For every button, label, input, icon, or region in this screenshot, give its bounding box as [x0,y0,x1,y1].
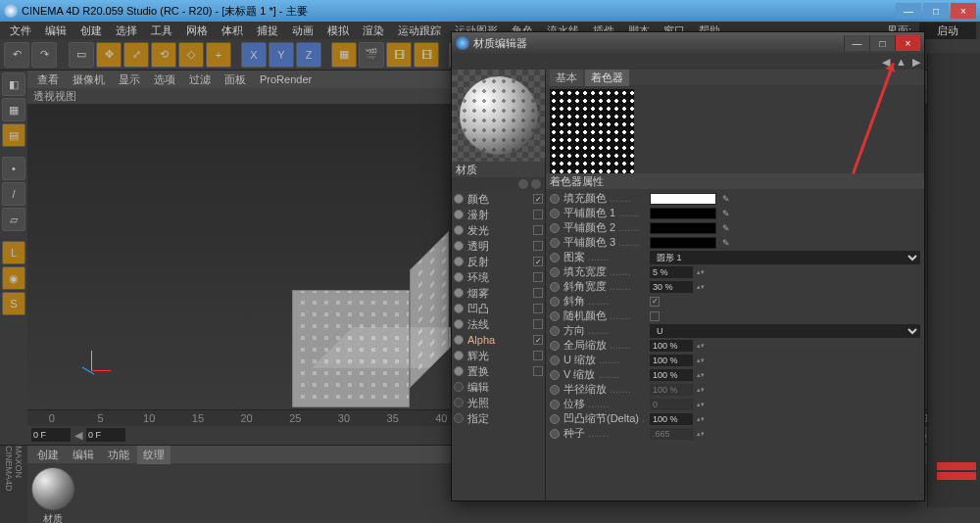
channel-dot-icon[interactable] [454,335,464,345]
render-button[interactable]: ▦ [331,42,357,68]
popup-nav-arrow[interactable]: ▶ [912,56,920,69]
texture-mode-button[interactable]: ▦ [2,98,25,121]
param-dot-icon[interactable] [550,400,560,409]
param-dot-icon[interactable] [550,282,560,292]
menu-渲染[interactable]: 渲染 [357,22,390,40]
popup-nav-arrow[interactable]: ▲ [896,56,906,68]
axis-x-button[interactable]: X [241,42,267,68]
frame-current-input[interactable] [86,428,125,442]
channel-法线[interactable]: 法线 [452,316,545,332]
number-input[interactable] [650,355,693,366]
frame-start-input[interactable] [31,428,71,442]
model-mode-button[interactable]: ◧ [2,72,25,96]
picture-viewer-button[interactable]: 🎬 [359,42,384,68]
channel-checkbox[interactable] [533,272,543,282]
channel-dot-icon[interactable] [454,366,464,376]
channel-checkbox[interactable] [533,210,543,219]
mattab-创建[interactable]: 创建 [31,446,65,464]
color-swatch[interactable] [650,237,716,249]
cube-object[interactable] [292,251,449,407]
menu-工具[interactable]: 工具 [145,22,178,40]
menu-运动跟踪[interactable]: 运动跟踪 [392,22,447,40]
popup-tab-基本[interactable]: 基本 [550,70,583,86]
channel-checkbox[interactable] [533,319,543,329]
spinner-icon[interactable]: ▴▾ [697,402,705,407]
param-dot-icon[interactable] [550,267,560,277]
mattab-功能[interactable]: 功能 [102,446,135,464]
checkbox[interactable]: ✓ [650,297,660,307]
viewtab-查看[interactable]: 查看 [31,71,65,89]
edit-icon[interactable]: ✎ [720,222,732,234]
channel-dot-icon[interactable] [454,225,464,235]
tool-5[interactable]: + [206,42,231,68]
popup-close-button[interactable]: × [895,35,920,51]
color-swatch[interactable] [650,208,716,219]
maximize-button[interactable]: □ [923,3,949,19]
param-dot-icon[interactable] [550,414,560,424]
channel-checkbox[interactable]: ✓ [533,335,543,345]
color-swatch-1[interactable] [937,462,976,470]
channel-烟雾[interactable]: 烟雾 [452,285,545,301]
minimize-button[interactable]: — [896,3,921,19]
close-button[interactable]: × [951,3,976,19]
menu-体积[interactable]: 体积 [216,22,249,40]
param-dot-icon[interactable] [550,356,560,365]
channel-辉光[interactable]: 辉光 [452,348,545,363]
texture-preview[interactable] [550,89,634,173]
param-dot-icon[interactable] [550,326,560,336]
scale-tool[interactable]: ⤢ [123,42,149,68]
viewtab-摄像机[interactable]: 摄像机 [67,71,111,89]
channel-dot-icon[interactable] [454,398,464,407]
mattab-编辑[interactable]: 编辑 [67,446,100,464]
select-input[interactable]: U [650,324,920,338]
snap-button[interactable]: ◉ [2,266,25,290]
channel-Alpha[interactable]: Alpha✓ [452,332,545,348]
color-swatch[interactable] [650,222,716,234]
number-input[interactable] [650,281,693,293]
workplane-button[interactable]: ▤ [2,123,25,147]
popup-nav-arrow[interactable]: ◀ [882,56,890,69]
channel-环境[interactable]: 环境 [452,269,545,285]
channel-dot-icon[interactable] [454,241,464,251]
spinner-icon[interactable]: ▴▾ [697,269,705,275]
channel-checkbox[interactable]: ✓ [533,257,543,266]
viewtab-ProRender[interactable]: ProRender [254,71,318,87]
polygon-mode-button[interactable]: ▱ [2,208,25,231]
channel-checkbox[interactable] [533,288,543,298]
param-dot-icon[interactable] [550,429,560,439]
spinner-icon[interactable]: ▴▾ [697,431,705,437]
param-dot-icon[interactable] [550,253,560,262]
viewtab-选项[interactable]: 选项 [148,71,181,89]
checkbox[interactable] [650,311,660,321]
popup-titlebar[interactable]: 材质编辑器 — □ × [452,32,924,54]
channel-置换[interactable]: 置换 [452,363,545,379]
channel-checkbox[interactable] [533,366,543,376]
number-input[interactable] [650,413,693,425]
param-dot-icon[interactable] [550,311,560,321]
channel-凹凸[interactable]: 凹凸 [452,301,545,316]
channel-dot-icon[interactable] [454,413,464,423]
channel-dot-icon[interactable] [454,319,464,329]
viewtab-显示[interactable]: 显示 [113,71,146,89]
channel-漫射[interactable]: 漫射 [452,207,545,222]
param-dot-icon[interactable] [550,370,560,380]
number-input[interactable] [650,266,693,278]
param-dot-icon[interactable] [550,223,560,233]
menu-文件[interactable]: 文件 [4,22,37,40]
redo-button[interactable]: ↷ [31,42,57,68]
spinner-icon[interactable]: ▴▾ [697,284,705,290]
menu-编辑[interactable]: 编辑 [39,22,73,40]
channel-dot-icon[interactable] [454,210,464,219]
undo-button[interactable]: ↶ [4,42,29,68]
channel-颜色[interactable]: 颜色✓ [452,191,545,207]
channel-checkbox[interactable] [533,304,543,313]
spinner-icon[interactable]: ▴▾ [697,372,705,378]
channel-透明[interactable]: 透明 [452,238,545,254]
edge-mode-button[interactable]: / [2,182,25,206]
edit-icon[interactable]: ✎ [720,193,732,205]
param-dot-icon[interactable] [550,341,560,351]
param-dot-icon[interactable] [550,209,560,218]
channel-dot-icon[interactable] [454,257,464,266]
material-preview[interactable] [452,70,545,162]
channel-checkbox[interactable] [533,225,543,235]
